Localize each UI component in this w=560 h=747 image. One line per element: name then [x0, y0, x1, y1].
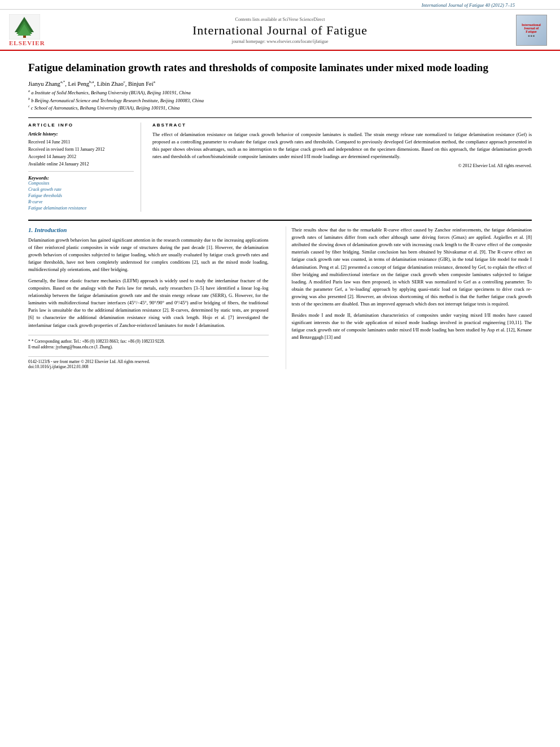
author-zhang-sup: a,*	[60, 80, 65, 84]
footer-doi: doi:10.1016/j.ijfatigue.2012.01.008	[28, 364, 269, 369]
article-title: Fatigue delamination growth rates and th…	[28, 61, 532, 75]
intro-paragraph-1: Delamination growth behaviors has gained…	[28, 237, 269, 274]
affiliation-a: a a Institute of Solid Mechanics, Beihan…	[28, 89, 532, 97]
article-info-abstract-section: ARTICLE INFO Article history: Received 1…	[28, 117, 532, 212]
keywords-label: Keywords:	[28, 175, 134, 181]
journal-homepage: journal homepage: www.elsevier.com/locat…	[49, 39, 511, 44]
elsevier-logo: ELSEVIER	[9, 14, 49, 46]
keyword-delamination-resistance: Fatigue delamination resistance	[28, 206, 134, 211]
keyword-composites: Composites	[28, 181, 134, 186]
accepted-date: Accepted 14 January 2012	[28, 154, 134, 160]
revised-date: Received in revised form 11 January 2012	[28, 146, 134, 152]
intro-paragraph-2: Generally, the linear elastic fracture m…	[28, 277, 269, 329]
main-left-column: 1. Introduction Delamination growth beha…	[28, 226, 274, 369]
journal-title: International Journal of Fatigue	[49, 23, 511, 38]
footnote-email-line: E-mail address: jyzhang@buaa.edu.cn (J. …	[28, 344, 269, 351]
sciverse-line: Contents lists available at SciVerse Sci…	[49, 17, 511, 22]
available-date: Available online 24 January 2012	[28, 161, 134, 167]
elsevier-tree-icon	[9, 14, 40, 40]
article-body: Fatigue delamination growth rates and th…	[0, 51, 560, 375]
banner-text: International Journal of Fatigue 40 (201…	[422, 2, 515, 8]
right-paragraph-2: Besides mode I and mode II, delamination…	[292, 312, 532, 342]
received-date: Received 14 June 2011	[28, 139, 134, 145]
page-footer: 0142-1123/$ - see front matter © 2012 El…	[28, 356, 269, 369]
author-fei-sup: a	[154, 80, 155, 84]
abstract-column: ABSTRACT The effect of delamination resi…	[152, 123, 532, 212]
authors-line: Jianyu Zhanga,*, Lei Pengb,a, Libin Zhao…	[28, 80, 532, 87]
footnote-star-line: * * Corresponding author. Tel.: +86 (0) …	[28, 339, 269, 345]
keyword-fatigue-thresholds: Fatigue thresholds	[28, 193, 134, 198]
article-info-column: ARTICLE INFO Article history: Received 1…	[28, 123, 141, 212]
journal-logo-right: InternationalJournal ofFatigue ■ ■ ■	[511, 15, 551, 46]
top-banner: International Journal of Fatigue 40 (201…	[0, 0, 560, 10]
author-zhao-sup: c	[124, 80, 125, 84]
journal-header: ELSEVIER Contents lists available at Sci…	[0, 10, 560, 51]
footnote-section: * * Corresponding author. Tel.: +86 (0) …	[28, 335, 269, 351]
author-zhang: Jianyu Zhang	[28, 80, 60, 86]
abstract-header: ABSTRACT	[152, 123, 532, 128]
article-info-header: ARTICLE INFO	[28, 123, 134, 128]
info-divider	[28, 171, 134, 172]
abstract-paragraph: The effect of delamination resistance on…	[152, 131, 532, 161]
footer-issn: 0142-1123/$ - see front matter © 2012 El…	[28, 359, 269, 364]
main-right-column: Their results show that due to the remar…	[286, 226, 532, 369]
elsevier-wordmark: ELSEVIER	[9, 40, 45, 46]
introduction-title: 1. Introduction	[28, 226, 269, 233]
author-peng: Lei Peng	[68, 80, 89, 86]
article-history-label: Article history:	[28, 131, 134, 137]
fatigue-logo-image: InternationalJournal ofFatigue ■ ■ ■	[516, 15, 547, 46]
affiliations-block: a a Institute of Solid Mechanics, Beihan…	[28, 89, 532, 112]
author-fei: Binjun Fei	[128, 80, 154, 86]
keyword-r-curve: R-curve	[28, 199, 134, 204]
author-peng-sup: b,a	[89, 80, 94, 84]
abstract-text: The effect of delamination resistance on…	[152, 131, 532, 161]
copyright-line: © 2012 Elsevier Ltd. All rights reserved…	[152, 163, 532, 168]
author-zhao: Libin Zhao	[97, 80, 124, 86]
affiliation-c: c c School of Astronautics, Beihang Univ…	[28, 104, 532, 112]
affiliation-b: b b Beijing Aeronautical Science and Tec…	[28, 97, 532, 104]
right-paragraph-1: Their results show that due to the remar…	[292, 226, 532, 308]
keyword-crack-growth: Crack growth rate	[28, 187, 134, 192]
journal-title-block: Contents lists available at SciVerse Sci…	[49, 17, 511, 44]
main-content-section: 1. Introduction Delamination growth beha…	[28, 220, 532, 369]
